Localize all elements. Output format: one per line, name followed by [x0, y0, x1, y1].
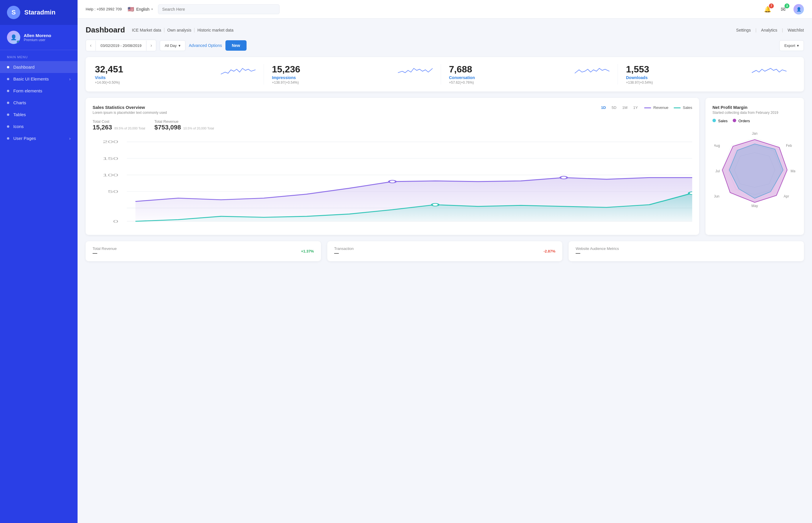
- net-profit-subtitle: Started collecting data from February 20…: [713, 111, 797, 115]
- visits-label: Visits: [95, 75, 123, 80]
- sidebar-menu: Dashboard Basic UI Elements › Form eleme…: [0, 61, 78, 150]
- analytics-link[interactable]: Analytics: [761, 28, 777, 33]
- downloads-sparkline: [752, 64, 787, 78]
- svg-text:100: 100: [103, 173, 118, 177]
- net-profit-title: Net Profit Margin: [713, 105, 797, 110]
- conversation-sparkline: [575, 64, 609, 78]
- mini-change: +1.37%: [301, 249, 314, 253]
- sidebar-item-form-elements[interactable]: Form elements: [0, 85, 78, 97]
- flag-icon: 🇺🇸: [127, 5, 135, 13]
- conversation-change: +57.62(+0.76%): [449, 80, 475, 85]
- tab-historic[interactable]: Historic market data: [194, 28, 236, 33]
- menu-dot-icon: [7, 66, 9, 68]
- logo-icon: S: [7, 6, 20, 19]
- total-revenue-detail: 10.5% of 20,000 Total: [183, 127, 214, 130]
- svg-text:Jan: Jan: [752, 131, 757, 136]
- bottom-cards-row: Total Revenue — +1.37% Transaction — -2.…: [86, 241, 804, 261]
- date-prev-button[interactable]: ‹: [86, 40, 95, 51]
- language-label: English: [136, 7, 150, 12]
- sales-legend-icon: [674, 107, 681, 108]
- mail-badge: 3: [785, 3, 789, 8]
- total-revenue-value: $753,098: [154, 124, 181, 131]
- page-title: Dashboard: [86, 25, 125, 34]
- chevron-down-icon: ▾: [151, 7, 153, 11]
- sales-statistics-card: Sales Statistics Overview Lorem ipsum is…: [86, 98, 699, 235]
- total-cost-item: Total Cost 15,263 89.5% of 20,000 Total: [93, 119, 145, 131]
- sidebar-item-dashboard[interactable]: Dashboard: [0, 61, 78, 73]
- new-button[interactable]: New: [225, 40, 247, 51]
- radar-chart: Jan Feb Mar Apr May Jun Jul Aug: [713, 127, 797, 213]
- chart-legend: Revenue Sales: [644, 105, 692, 110]
- period-1d-button[interactable]: 1D: [599, 105, 608, 110]
- sidebar-item-label: Icons: [13, 124, 24, 129]
- svg-text:Feb: Feb: [786, 144, 792, 148]
- svg-text:Apr: Apr: [783, 194, 789, 198]
- language-selector[interactable]: 🇺🇸 English ▾: [127, 5, 153, 13]
- conversation-label: Conversation: [449, 75, 475, 80]
- sidebar-item-user-pages[interactable]: User Pages ›: [0, 132, 78, 144]
- mini-card-audience: Website Audience Metrics —: [569, 241, 804, 261]
- sidebar-item-label: Form elements: [13, 88, 42, 93]
- chevron-right-icon: ›: [69, 77, 71, 82]
- search-input[interactable]: [158, 4, 280, 14]
- sidebar-item-charts[interactable]: Charts: [0, 97, 78, 109]
- advanced-options-button[interactable]: Advanced Options: [189, 43, 222, 48]
- date-next-button[interactable]: ›: [147, 40, 156, 51]
- svg-text:0: 0: [113, 219, 118, 223]
- svg-text:200: 200: [103, 140, 118, 144]
- legend-sales: Sales: [713, 119, 728, 123]
- sidebar-item-tables[interactable]: Tables: [0, 109, 78, 121]
- user-role: Premium user: [24, 38, 51, 42]
- messages-button[interactable]: ✉ 3: [778, 4, 788, 15]
- sidebar-item-label: Dashboard: [13, 65, 34, 70]
- charts-row: Sales Statistics Overview Lorem ipsum is…: [86, 98, 804, 235]
- total-revenue-label: Total Revenue: [154, 119, 214, 124]
- impressions-change: +138.97(+0.54%): [272, 80, 300, 85]
- export-button[interactable]: Export ▾: [779, 40, 804, 51]
- chart-title: Sales Statistics Overview: [93, 105, 167, 110]
- sidebar-item-label: User Pages: [13, 136, 36, 141]
- legend-orders: Orders: [733, 119, 750, 123]
- chevron-down-icon: ▾: [178, 43, 181, 48]
- menu-dot-icon: [7, 78, 9, 80]
- mini-card-total-revenue: Total Revenue — +1.37%: [86, 241, 321, 261]
- stat-conversation: 7,688 Conversation +57.62(+0.76%): [441, 64, 618, 85]
- sidebar-item-label: Basic UI Elements: [13, 76, 49, 82]
- mini-value: —: [575, 251, 619, 256]
- period-1y-button[interactable]: 1Y: [631, 105, 640, 110]
- menu-dot-icon: [7, 137, 9, 140]
- settings-link[interactable]: Settings: [736, 28, 751, 33]
- impressions-label: Impressions: [272, 75, 300, 80]
- user-avatar-button[interactable]: 👤: [793, 4, 804, 15]
- all-day-button[interactable]: All Day ▾: [160, 40, 185, 51]
- line-chart-svg: 200 150 100 50 0: [93, 135, 692, 228]
- title-group: Dashboard ICE Market data Own analysis H…: [86, 25, 237, 34]
- sidebar-item-basic-ui[interactable]: Basic UI Elements ›: [0, 73, 78, 85]
- line-chart: 200 150 100 50 0: [93, 135, 692, 228]
- visits-number: 32,451: [95, 64, 123, 75]
- content-area: Dashboard ICE Market data Own analysis H…: [78, 19, 812, 523]
- period-1m-button[interactable]: 1M: [620, 105, 629, 110]
- menu-dot-icon: [7, 113, 9, 116]
- topbar: Help : +050 2992 709 🇺🇸 English ▾ 🔔 7 ✉ …: [78, 0, 812, 19]
- sidebar-item-label: Tables: [13, 112, 26, 117]
- chevron-right-icon: ›: [69, 136, 71, 141]
- sidebar-item-icons[interactable]: Icons: [0, 121, 78, 132]
- main-menu-label: Main Menu: [0, 50, 78, 61]
- svg-text:50: 50: [108, 190, 118, 194]
- stat-downloads: 1,553 Downloads +138.97(+0.54%): [618, 64, 795, 85]
- divider: |: [782, 28, 783, 33]
- tab-ice-market[interactable]: ICE Market data: [129, 28, 164, 33]
- menu-dot-icon: [7, 102, 9, 104]
- export-label: Export: [784, 43, 795, 48]
- svg-point-16: [689, 192, 692, 194]
- watchlist-link[interactable]: Watchlist: [788, 28, 804, 33]
- mini-label: Transaction: [334, 247, 354, 251]
- sidebar-user-profile: 👤 Allen Moreno Premium user: [0, 25, 78, 50]
- notifications-button[interactable]: 🔔 7: [762, 4, 773, 15]
- radar-legend: Sales Orders: [713, 119, 797, 123]
- period-5d-button[interactable]: 5D: [610, 105, 618, 110]
- main-area: Help : +050 2992 709 🇺🇸 English ▾ 🔔 7 ✉ …: [78, 0, 812, 523]
- legend-sales: Sales: [674, 105, 692, 110]
- tab-own-analysis[interactable]: Own analysis: [164, 28, 194, 33]
